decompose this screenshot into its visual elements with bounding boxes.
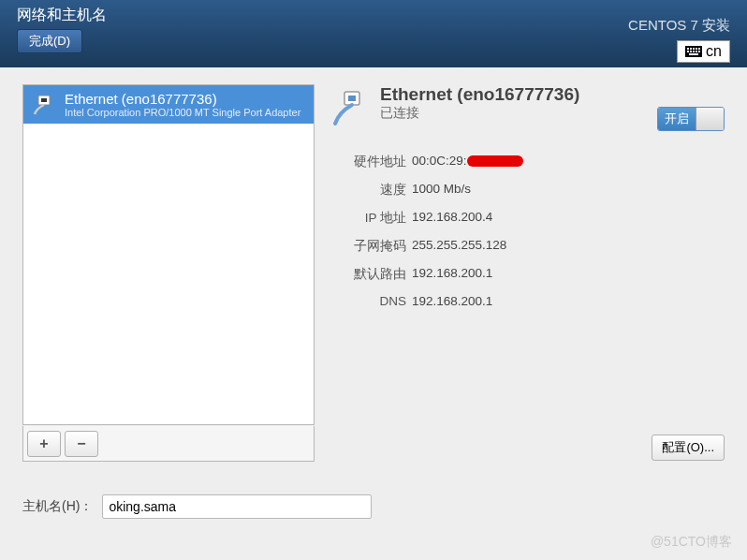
page-title: 网络和主机名 <box>17 6 730 25</box>
hostname-label: 主机名(H)： <box>22 498 93 515</box>
info-row-hwaddr: 硬件地址00:0C:29: <box>331 154 725 170</box>
hostname-input[interactable] <box>102 494 372 519</box>
ethernet-icon <box>331 88 371 131</box>
connection-toggle[interactable]: 开启 <box>657 107 725 131</box>
svg-rect-9 <box>696 51 697 52</box>
device-item-ethernet[interactable]: Ethernet (eno16777736) Intel Corporation… <box>23 85 314 124</box>
info-table: 硬件地址00:0C:29: 速度1000 Mb/s IP 地址192.168.2… <box>331 154 725 308</box>
done-button[interactable]: 完成(D) <box>17 29 82 53</box>
keyboard-icon <box>685 46 702 57</box>
svg-rect-15 <box>348 96 356 101</box>
svg-rect-10 <box>698 51 700 52</box>
installer-name: CENTOS 7 安装 <box>628 17 730 35</box>
device-list[interactable]: Ethernet (eno16777736) Intel Corporation… <box>22 84 315 425</box>
eth-status: 已连接 <box>380 105 579 122</box>
keyboard-indicator[interactable]: cn <box>677 40 730 63</box>
remove-device-button[interactable]: − <box>65 431 98 457</box>
svg-rect-8 <box>693 51 695 52</box>
info-row-speed: 速度1000 Mb/s <box>331 182 725 199</box>
toggle-handle <box>696 108 724 130</box>
watermark: @51CTO博客 <box>651 534 732 551</box>
svg-rect-4 <box>696 48 697 50</box>
svg-rect-7 <box>690 51 692 52</box>
svg-rect-11 <box>689 53 698 55</box>
configure-button[interactable]: 配置(O)... <box>652 435 725 461</box>
device-name: Ethernet (eno16777736) <box>65 91 300 107</box>
info-row-ip: IP 地址192.168.200.4 <box>331 210 725 227</box>
svg-rect-6 <box>687 51 689 52</box>
nic-icon <box>31 92 57 118</box>
svg-rect-13 <box>41 98 47 102</box>
device-desc: Intel Corporation PRO/1000 MT Single Por… <box>65 107 300 118</box>
info-row-dns: DNS192.168.200.1 <box>331 294 725 308</box>
eth-title: Ethernet (eno16777736) <box>380 84 579 105</box>
add-device-button[interactable]: + <box>27 431 61 457</box>
info-row-gateway: 默认路由192.168.200.1 <box>331 266 725 283</box>
redacted-mac <box>467 155 523 167</box>
svg-rect-5 <box>698 48 700 50</box>
svg-rect-3 <box>693 48 695 50</box>
svg-rect-2 <box>690 48 692 50</box>
info-row-netmask: 子网掩码255.255.255.128 <box>331 238 725 255</box>
toggle-on-label: 开启 <box>658 108 696 130</box>
keyboard-layout: cn <box>706 43 722 60</box>
svg-rect-1 <box>687 48 689 50</box>
